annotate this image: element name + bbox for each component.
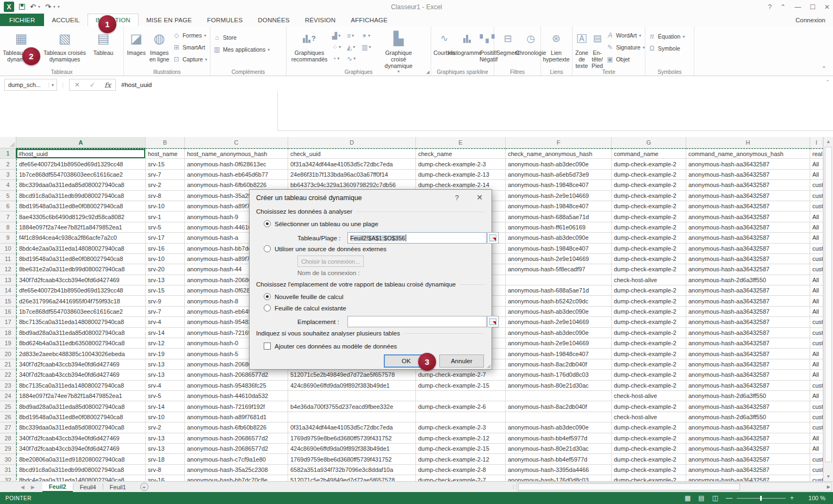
cell[interactable]: 0f31a3424df44ae41053d5c72dbc7eda (288, 422, 416, 433)
cell[interactable]: srv-8 (146, 191, 185, 201)
cell[interactable]: dump-check-example-2-13 (416, 170, 506, 180)
ribbon-tab-données[interactable]: DONNÉES (250, 14, 297, 26)
cell[interactable]: srv-20 (146, 264, 185, 275)
sparkline-column-button[interactable]: Histogramme (456, 27, 478, 56)
cell[interactable]: dump-check-example-2 (612, 285, 686, 296)
sheet-tab-feuil4[interactable]: Feuil4 (73, 482, 103, 492)
cell[interactable]: dump-check-example-2 (612, 444, 686, 454)
cell[interactable]: 340f7d2fcaab43ccb394e0fd6d427469 (16, 359, 146, 370)
cell[interactable]: anonymous-hash-19848ce407 (506, 201, 612, 211)
scatter-chart-button[interactable]: ⁘▾ (332, 41, 347, 53)
tab-scrollbar-splitter[interactable]: ⁞ (513, 482, 517, 492)
cell[interactable]: dump-check-example-2 (612, 454, 686, 464)
timeline-button[interactable]: ◷ Chronologie (520, 27, 541, 56)
cell[interactable]: dump-check-example-2 (612, 244, 686, 254)
minimize-button[interactable]: — (794, 3, 801, 11)
cell[interactable]: 8bd9ad28a0a311eda85d080027940ca8 (16, 401, 146, 412)
name-box-dropdown-icon[interactable]: ▾ (48, 83, 57, 88)
cell[interactable]: cust (810, 317, 823, 327)
row-header-1[interactable]: 1 (0, 148, 16, 159)
cell[interactable]: dump-check-example-2 (612, 349, 686, 359)
cell[interactable]: All (810, 359, 823, 370)
cell[interactable]: srv-16 (146, 244, 185, 254)
help-button[interactable]: ? (768, 3, 772, 11)
cell[interactable]: 24e86f31b7f133bda96ac03a67ff0f14 (288, 170, 416, 180)
cell[interactable]: dump-check-example-2 (612, 211, 686, 222)
hyperlink-button[interactable]: ⊛ Lien hypertexte (542, 27, 570, 63)
cell[interactable]: 1884e097f2a74ee7b82f1a8479852ea1 (16, 391, 146, 401)
cell[interactable]: 8bd19548a0a311ed8e0f080027940ca8 (16, 254, 146, 264)
row-header-20[interactable]: 20 (0, 349, 16, 359)
row-header-9[interactable]: 9 (0, 233, 16, 243)
cell[interactable]: dump-check-example-2 (612, 401, 686, 412)
page-break-view-icon[interactable]: ◫ (712, 494, 718, 502)
cell[interactable]: cust (810, 412, 823, 422)
cell[interactable]: anonymous-hash-aa36432587 (686, 349, 810, 359)
cell[interactable]: dump-check-example-2 (612, 222, 686, 233)
cell[interactable]: 1b7ce868df5547038603eec61616cae2 (16, 170, 146, 180)
cell[interactable]: 512071c5e2b49849ed7d72ae5f657578 (288, 475, 416, 481)
vertical-scrollbar[interactable]: ▲ ▼ (823, 137, 833, 481)
cell[interactable]: 512071c5e2b49849ed7d72ae5f657578 (288, 370, 416, 380)
cell[interactable]: 6582a351a934f732b7096e3c8ddaf10a (288, 465, 416, 475)
cell[interactable]: anonymous-hash-bb7dc70c8e (185, 475, 288, 481)
scroll-right-icon[interactable]: ▶ (827, 483, 830, 491)
cell[interactable]: srv-10 (146, 412, 185, 422)
redo-button[interactable]: ↷ (45, 3, 51, 10)
cell[interactable]: anonymous-hash-8ac2db040f (506, 401, 612, 412)
cell[interactable]: anonymous-hash-20686577d2 (185, 370, 288, 380)
cell[interactable]: check_name (416, 148, 506, 159)
cell[interactable]: anonymous-hash-a6eb5d73e9 (506, 170, 612, 180)
cell[interactable]: anonymous-hash-b5242c09dc (506, 296, 612, 306)
row-header-7[interactable]: 7 (0, 211, 16, 222)
cell[interactable]: 8bc7135ca0a311eda148080027940ca8 (16, 381, 146, 391)
cell[interactable]: command_name_anonymous_hash (686, 148, 810, 159)
equation-button[interactable]: πÉquation▾ (646, 30, 686, 42)
cell[interactable]: 8bdc4e2aa0a311eda148080027940ca8 (16, 244, 146, 254)
cell[interactable]: 2d833e2aeebc488385c10043026ebeda (16, 349, 146, 359)
cell[interactable]: anonymous-hash-aa36432587 (686, 254, 810, 264)
sheet-tab-feuil1[interactable]: Feuil1 (103, 482, 133, 492)
cell[interactable]: anonymous-hash-20686577d2 (185, 433, 288, 444)
cell[interactable]: dump-check-example-2 (612, 307, 686, 317)
cell[interactable]: 8be631e2a0a311edb99d080027940ca8 (16, 264, 146, 275)
cell[interactable]: cust (810, 465, 823, 475)
cell[interactable]: srv-15 (146, 285, 185, 296)
row-header-2[interactable]: 2 (0, 159, 16, 169)
cell[interactable]: 0f31a3424df44ae41053d5c72dbc7eda (288, 159, 416, 169)
cell[interactable]: dump-check-example-2-7 (416, 370, 506, 380)
cell[interactable]: 340f7d2fcaab43ccb394e0fd6d427469 (16, 444, 146, 454)
cell[interactable]: srv-5 (146, 222, 185, 233)
formula-text[interactable]: #host_uuid (116, 82, 152, 88)
cell[interactable]: dump-check-example-2-3 (416, 159, 506, 169)
cell[interactable]: 8bd19548a0a311ed8e0f080027940ca8 (16, 201, 146, 211)
cell[interactable]: real (810, 148, 823, 159)
cell[interactable]: dump-check-example-2 (612, 328, 686, 338)
cell[interactable] (416, 412, 506, 422)
cell[interactable]: anonymous-hash-aa36432587 (686, 180, 810, 190)
ribbon-tab-révision[interactable]: RÉVISION (297, 14, 344, 26)
cell[interactable]: All (810, 370, 823, 380)
cell[interactable]: dump-check-example-2 (612, 180, 686, 190)
cell[interactable]: srv-7 (146, 307, 185, 317)
cell[interactable]: dump-check-example-2 (612, 296, 686, 306)
cell[interactable]: anonymous-hash-2d6a3ff550 (686, 412, 810, 422)
ribbon-tab-formules[interactable]: FORMULES (200, 14, 251, 26)
column-header-a[interactable]: A (16, 137, 146, 148)
cell[interactable]: All (810, 433, 823, 444)
header-footer-button[interactable]: ▤ En-tête/ Pied (590, 27, 605, 69)
cell[interactable]: 8bcd91c8a0a311edb99d080027940ca8 (16, 465, 146, 475)
cell[interactable]: All (810, 222, 823, 233)
cell[interactable]: command_name (612, 148, 686, 159)
enter-entry-icon[interactable]: ✓ (85, 81, 100, 89)
undo-button[interactable]: ↶ (30, 3, 36, 10)
range-picker-icon[interactable] (487, 232, 499, 244)
cell[interactable] (288, 391, 416, 401)
cell[interactable]: srv-13 (146, 433, 185, 444)
cell[interactable]: cust (810, 381, 823, 391)
cell[interactable]: anonymous-hash-688a5ae71d (506, 285, 612, 296)
row-header-32[interactable]: 32 (0, 475, 16, 481)
cell[interactable]: cust (810, 422, 823, 433)
bar-chart-button[interactable]: ≡▾ (347, 30, 362, 41)
cell[interactable]: anonymous-hash-176d0d8c03 (506, 475, 612, 481)
